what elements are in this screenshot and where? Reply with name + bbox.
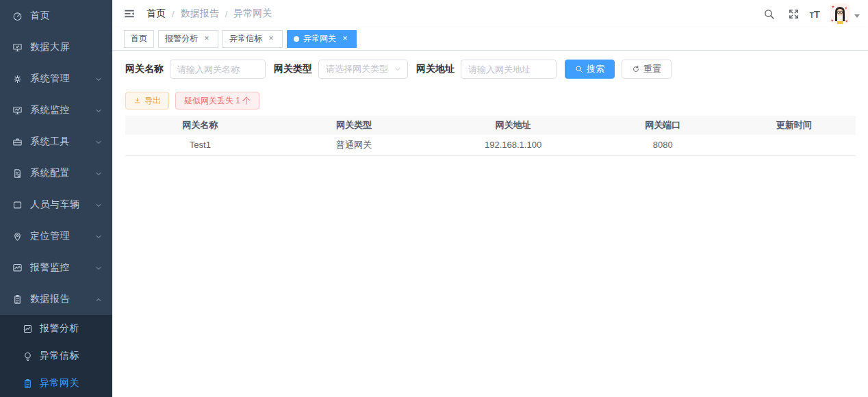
chevron-down-icon: [94, 138, 103, 146]
form-item-gateway-address: 网关地址: [416, 60, 557, 79]
breadcrumb-data-report[interactable]: 数据报告: [181, 8, 219, 20]
sidebar-item-abnormal-gateway[interactable]: 异常网关: [0, 370, 112, 397]
tab-abnormal-beacon[interactable]: 异常信标 ×: [222, 30, 283, 48]
sidebar-item-label: 首页: [30, 10, 103, 22]
close-icon[interactable]: ×: [202, 34, 212, 44]
close-icon[interactable]: ×: [340, 34, 350, 44]
breadcrumb-separator: /: [225, 9, 228, 19]
sidebar-item-people-vehicles[interactable]: 人员与车辆: [0, 189, 112, 220]
sidebar-item-system-config[interactable]: 系统配置: [0, 157, 112, 189]
col-gateway-port: 网关端口: [593, 116, 732, 135]
breadcrumb-separator: /: [172, 9, 175, 19]
reset-button[interactable]: 重置: [622, 60, 672, 79]
tab-label: 报警分析: [165, 33, 198, 44]
chart-box-icon: [23, 323, 34, 334]
sidebar-item-big-screen[interactable]: 数据大屏: [0, 31, 112, 63]
sidebar-item-label: 人员与车辆: [30, 198, 94, 211]
beacon-icon: [23, 350, 34, 361]
active-dot-icon: [294, 36, 299, 42]
search-button-label: 搜索: [587, 63, 604, 75]
tags-view-bar: 首页 报警分析 × 异常信标 × 异常网关 ×: [112, 27, 868, 51]
breadcrumb: 首页 / 数据报告 / 异常网关: [146, 8, 272, 20]
chevron-down-icon: [94, 264, 103, 272]
form-item-gateway-type: 网关类型 请选择网关类型: [274, 60, 408, 79]
table-header: 网关名称 网关类型 网关地址 网关端口 更新时间: [125, 116, 856, 135]
gateway-table: 网关名称 网关类型 网关地址 网关端口 更新时间 Test1 普通网关 192.…: [125, 116, 856, 156]
sidebar-item-alarm-analysis[interactable]: 报警分析: [0, 315, 112, 342]
sidebar-item-label: 报警分析: [40, 322, 103, 335]
cell-update-time: [732, 135, 856, 155]
gateway-type-select[interactable]: 请选择网关类型: [318, 60, 408, 79]
export-button-label: 导出: [144, 95, 161, 107]
cell-gateway-type: 普通网关: [275, 135, 433, 155]
suspected-gateway-lost-badge[interactable]: 疑似网关丢失 1 个: [175, 92, 259, 110]
select-placeholder: 请选择网关类型: [326, 63, 388, 75]
breadcrumb-home[interactable]: 首页: [146, 8, 166, 20]
svg-text:♥: ♥: [832, 5, 834, 9]
big-screen-icon: [12, 42, 23, 53]
close-icon[interactable]: ×: [266, 34, 276, 44]
sidebar: 首页 数据大屏 系统管理 系统监控 系统工具: [0, 0, 112, 397]
chevron-down-icon: [94, 169, 103, 177]
sidebar-item-data-report[interactable]: 数据报告: [0, 283, 112, 315]
sidebar-item-system-monitor[interactable]: 系统监控: [0, 94, 112, 126]
sidebar-item-label: 数据大屏: [30, 41, 103, 53]
sidebar-item-label: 定位管理: [30, 230, 94, 242]
toolbox-icon: [12, 136, 23, 147]
export-button[interactable]: 导出: [125, 92, 169, 110]
col-gateway-type: 网关类型: [275, 116, 433, 135]
reset-button-label: 重置: [643, 63, 661, 75]
sidebar-item-label: 系统管理: [30, 73, 94, 85]
sidebar-item-label: 异常网关: [40, 377, 103, 389]
chevron-down-icon: [94, 75, 103, 83]
svg-text:♥: ♥: [845, 19, 848, 23]
gateway-name-label: 网关名称: [125, 63, 164, 75]
sidebar-toggle-icon[interactable]: [123, 7, 137, 21]
search-icon[interactable]: [761, 5, 778, 23]
col-update-time: 更新时间: [732, 116, 856, 135]
cell-gateway-name: Test1: [125, 135, 275, 155]
search-button[interactable]: 搜索: [565, 60, 615, 79]
tab-abnormal-gateway[interactable]: 异常网关 ×: [287, 30, 357, 48]
avatar[interactable]: ♥ ♥ ♥ ♥: [830, 3, 850, 24]
gateway-type-label: 网关类型: [274, 63, 312, 75]
refresh-icon: [632, 65, 640, 73]
filter-form: 网关名称 网关类型 请选择网关类型 网关地址 搜索: [125, 60, 856, 79]
sidebar-item-alarm-monitor[interactable]: 报警监控: [0, 252, 112, 283]
lost-badge-label: 疑似网关丢失 1 个: [184, 95, 251, 107]
fullscreen-icon[interactable]: [785, 5, 803, 23]
gateway-address-label: 网关地址: [416, 63, 455, 75]
caret-down-icon: [854, 14, 860, 18]
chevron-down-icon: [94, 201, 103, 209]
sidebar-item-location-mgmt[interactable]: 定位管理: [0, 220, 112, 252]
tab-home[interactable]: 首页: [124, 30, 154, 48]
tab-alarm-analysis[interactable]: 报警分析 ×: [158, 30, 218, 48]
gateway-name-input[interactable]: [170, 60, 266, 79]
table-toolbar: 导出 疑似网关丢失 1 个: [125, 92, 856, 110]
sidebar-item-label: 数据报告: [30, 293, 94, 305]
chevron-down-icon: [94, 232, 103, 240]
font-size-icon[interactable]: TT: [810, 9, 820, 19]
sidebar-item-system-tools[interactable]: 系统工具: [0, 126, 112, 157]
sidebar-item-label: 异常信标: [40, 350, 103, 362]
breadcrumb-current: 异常网关: [233, 8, 272, 20]
sidebar-item-abnormal-beacon[interactable]: 异常信标: [0, 342, 112, 370]
app-window: 首页 数据大屏 系统管理 系统监控 系统工具: [0, 0, 868, 397]
sidebar-item-system-mgmt[interactable]: 系统管理: [0, 63, 112, 94]
gateway-doc-icon: [23, 378, 34, 389]
page-content: 网关名称 网关类型 请选择网关类型 网关地址 搜索: [112, 51, 868, 397]
col-gateway-address: 网关地址: [433, 116, 593, 135]
user-menu[interactable]: ♥ ♥ ♥ ♥: [830, 3, 860, 24]
chevron-up-icon: [94, 295, 103, 303]
form-item-gateway-name: 网关名称: [125, 60, 266, 79]
gateway-address-input[interactable]: [461, 60, 557, 79]
cell-gateway-address: 192.168.1.100: [433, 135, 593, 155]
sidebar-item-home[interactable]: 首页: [0, 0, 112, 31]
svg-text:♥: ♥: [831, 18, 834, 23]
navbar: 首页 / 数据报告 / 异常网关 TT ♥ ♥: [112, 0, 868, 27]
sidebar-item-label: 系统工具: [30, 136, 94, 148]
col-gateway-name: 网关名称: [125, 116, 275, 135]
alarm-monitor-icon: [12, 262, 23, 273]
people-vehicle-icon: [12, 199, 23, 210]
report-icon: [12, 294, 23, 305]
